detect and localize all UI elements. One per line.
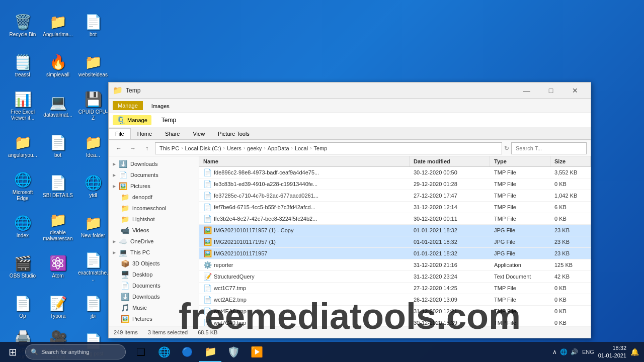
- minimize-button[interactable]: —: [515, 83, 538, 98]
- table-row[interactable]: 📄 wct4EA6.tmp 31-12-2020 12:21 TMP File …: [199, 306, 591, 317]
- desktop-icon-websiteideas[interactable]: 📁 websiteideas: [75, 45, 111, 85]
- table-row[interactable]: 📄 fef7be6d-6715-4cc5-b55f-b7c3fd42afcd..…: [199, 202, 591, 213]
- desktop-icon-recycle-bin[interactable]: 🗑️ Recycle Bin: [5, 5, 40, 45]
- nav-item-documents[interactable]: 📄 Documents: [109, 280, 199, 291]
- close-button[interactable]: ✕: [564, 83, 587, 98]
- desktop-icon-cpuid[interactable]: 💾 CPUID CPU-Z: [75, 85, 111, 126]
- desktop-icon-msedge[interactable]: 🌐 Microsoft Edge: [5, 166, 40, 206]
- file-modified: 29-12-2020 01:28: [410, 178, 490, 190]
- websiteideas-label: websiteideas: [78, 72, 108, 78]
- col-modified[interactable]: Date modified: [410, 156, 490, 166]
- taskbar-chrome[interactable]: 🔵: [176, 342, 198, 362]
- refresh-icon[interactable]: ↻: [504, 145, 509, 152]
- desktop-icon-jbi[interactable]: 📄 jbi: [75, 287, 111, 327]
- desktop-icon-newfolder[interactable]: 📁 New folder: [75, 206, 111, 246]
- ribbon-images-tab[interactable]: Images: [145, 101, 176, 112]
- desktop-icon-sbidetails[interactable]: 📄 SBI DETAILS: [40, 166, 75, 206]
- tray-volume[interactable]: 🔊: [571, 348, 578, 355]
- file-name: 📄 wct2AE2.tmp: [199, 294, 410, 305]
- desktop-icon-obs[interactable]: 🎬 OBS Studio: [5, 246, 40, 287]
- nav-item-videos[interactable]: 📹 Videos: [109, 225, 199, 236]
- taskbar-explorer[interactable]: 📁: [199, 342, 221, 362]
- desktop-icon-bot2[interactable]: 📄 bot: [40, 126, 75, 166]
- desktop-icon-atom[interactable]: ⚛️ Atom: [40, 246, 75, 287]
- tab-picture-tools[interactable]: Picture Tools: [211, 128, 256, 139]
- desktop-icon-simplewall[interactable]: 🔥 simplewall: [40, 45, 75, 85]
- nav-item-incomeschool[interactable]: 📁 incomeschool: [109, 203, 199, 214]
- tab-file[interactable]: File: [109, 128, 131, 139]
- tab-view[interactable]: View: [186, 128, 211, 139]
- taskbar-shield[interactable]: 🛡️: [222, 342, 245, 362]
- path-temp[interactable]: Temp: [314, 145, 328, 151]
- desktop-icon-bot1[interactable]: 📄 bot: [75, 5, 111, 45]
- taskbar-media[interactable]: ▶️: [246, 342, 268, 362]
- address-path[interactable]: This PC › Local Disk (C:) › Users › geek…: [155, 142, 502, 154]
- taskbar-task-view[interactable]: ❑: [130, 342, 152, 362]
- nav-item-documents[interactable]: ▶ 📄 Documents: [109, 169, 199, 180]
- path-geeky[interactable]: geeky: [247, 145, 262, 151]
- path-users[interactable]: Users: [227, 145, 242, 151]
- desktop-icon-ideas[interactable]: 📁 Idea...: [75, 126, 111, 166]
- table-row[interactable]: 🖼️ IMG20210101171957 (1) 01-01-2021 18:3…: [199, 236, 591, 248]
- table-row[interactable]: ⚙️ reporter 31-12-2020 21:16 Application…: [199, 259, 591, 271]
- table-row[interactable]: 📄 fde896c2-98e8-4973-badf-ceaf9a4d4e75..…: [199, 167, 591, 178]
- nav-item-pictures[interactable]: ▶ 🖼️ Pictures: [109, 180, 199, 192]
- system-clock[interactable]: 18:32 01-01-2021: [598, 344, 626, 360]
- maximize-button[interactable]: □: [539, 83, 562, 98]
- nav-item-desktop[interactable]: 🖥️ Desktop: [109, 269, 199, 280]
- desktop-icon-angularimagex[interactable]: 📁 AngularIma...: [40, 5, 75, 45]
- search-input[interactable]: [511, 142, 587, 154]
- desktop-icon-op[interactable]: 📄 Op: [5, 287, 40, 327]
- nav-item-onedrive[interactable]: ▶ ☁️ OneDrive: [109, 236, 199, 247]
- table-row[interactable]: 📄 wct2AE2.tmp 26-12-2020 13:09 TMP File …: [199, 294, 591, 306]
- desktop-icon-treassi[interactable]: 🗒️ treassI: [5, 45, 40, 85]
- nav-item-lightshot[interactable]: 📁 Lightshot: [109, 214, 199, 225]
- desktop-icon-index[interactable]: 🌐 index: [5, 206, 40, 246]
- table-row[interactable]: 🖼️ IMG20210101171957 01-01-2021 18:32 JP…: [199, 248, 591, 259]
- table-row[interactable]: 📄 ffe3b2e4-8e27-42c7-bec8-3224f5fc24b2..…: [199, 213, 591, 225]
- table-row[interactable]: 📄 wct7C40.tmp 30-12-2020 15:39 TMP File …: [199, 317, 591, 326]
- col-size[interactable]: Size: [550, 156, 591, 166]
- taskbar-search[interactable]: 🔍 Search for anything: [25, 344, 126, 359]
- desktop-icon-disablemalware[interactable]: 📁 disable malwarescan: [40, 206, 75, 246]
- language-indicator[interactable]: ENG: [582, 349, 594, 355]
- back-button[interactable]: ←: [113, 142, 125, 154]
- col-name[interactable]: Name: [199, 156, 410, 166]
- col-type[interactable]: Type: [490, 156, 550, 166]
- nav-item-this-pc[interactable]: ▶ 💻 This PC: [109, 247, 199, 258]
- desktop-icon-freeexcel[interactable]: 📊 Free Excel Viewer if...: [5, 85, 40, 126]
- table-row[interactable]: 📝 StructuredQuery 31-12-2020 23:24 Text …: [199, 271, 591, 283]
- tray-expand[interactable]: ∧: [552, 348, 557, 355]
- path-this-pc[interactable]: This PC: [159, 145, 179, 151]
- nav-item-music[interactable]: 🎵 Music: [109, 302, 199, 313]
- tab-share[interactable]: Share: [158, 128, 186, 139]
- table-row[interactable]: 📄 fe37285e-c710-4c7b-92ac-677aacd0261...…: [199, 190, 591, 202]
- desktop-icon-typora[interactable]: 📝 Typora: [40, 287, 75, 327]
- nav-item-pictures[interactable]: 🖼️ Pictures: [109, 313, 199, 324]
- ribbon-manage-btn[interactable]: 🗜️ Manage: [113, 115, 151, 125]
- up-button[interactable]: ↑: [141, 142, 153, 154]
- nav-item-downloads[interactable]: ⬇️ Downloads: [109, 291, 199, 302]
- forward-button[interactable]: →: [127, 142, 139, 154]
- tray-network[interactable]: 🌐: [560, 348, 568, 355]
- desktop-icon-datavalmat[interactable]: 💻 datavalmat...: [40, 85, 75, 126]
- nav-item-denopdf[interactable]: 📁 denopdf: [109, 192, 199, 203]
- tab-home[interactable]: Home: [131, 128, 158, 139]
- desktop-icon-ytdl[interactable]: 🌐 ytdl: [75, 166, 111, 206]
- ribbon-manage-tab[interactable]: Manage: [113, 101, 143, 110]
- table-row[interactable]: 🖼️ IMG20210101171957 (1) - Copy 01-01-20…: [199, 225, 591, 236]
- path-local-disk[interactable]: Local Disk (C:): [185, 145, 221, 151]
- file-list[interactable]: Name Date modified Type Size 📄 fde896c2-…: [199, 156, 591, 326]
- taskbar-edge[interactable]: 🌐: [153, 342, 175, 362]
- path-appdata[interactable]: AppData: [268, 145, 289, 151]
- desktop-icon-angularyou[interactable]: 📁 angularyou...: [5, 126, 40, 166]
- table-row[interactable]: 📄 fe3c83b1-ed39-4910-a228-c19913440fe...…: [199, 178, 591, 190]
- nav-item-3d-objects[interactable]: 📦 3D Objects: [109, 258, 199, 269]
- path-local[interactable]: Local: [295, 145, 308, 151]
- recycle-bin-icon: 🗑️: [14, 13, 32, 31]
- notifications-icon[interactable]: 🔔: [630, 348, 639, 356]
- nav-item-downloads[interactable]: ▶ ⬇️ Downloads: [109, 158, 199, 169]
- desktop-icon-exactmatcher[interactable]: 📄 exactmatche...: [75, 246, 111, 287]
- table-row[interactable]: 📄 wct1C77.tmp 27-12-2020 14:25 TMP File …: [199, 283, 591, 294]
- start-button[interactable]: ⊞: [0, 342, 25, 362]
